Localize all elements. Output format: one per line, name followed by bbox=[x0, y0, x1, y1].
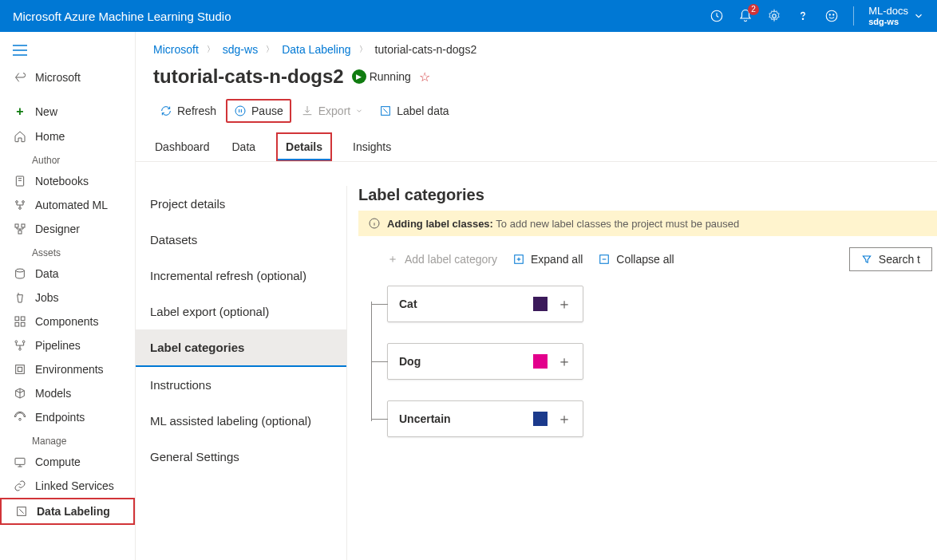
home-icon bbox=[13, 130, 27, 143]
help-icon[interactable] bbox=[796, 9, 810, 23]
sidebar-item-home[interactable]: Home bbox=[0, 124, 135, 148]
sidebar-item-components[interactable]: Components bbox=[0, 310, 135, 333]
compute-icon bbox=[13, 455, 27, 468]
category-row-uncertain[interactable]: Uncertain ＋ bbox=[387, 400, 583, 437]
automl-icon bbox=[13, 199, 27, 211]
collapse-icon bbox=[599, 254, 610, 265]
dnav-general-settings[interactable]: General Settings bbox=[136, 439, 346, 475]
sidebar-item-notebooks[interactable]: Notebooks bbox=[0, 169, 135, 193]
plus-icon: + bbox=[13, 105, 27, 119]
breadcrumb-ws[interactable]: sdg-ws bbox=[223, 43, 258, 56]
export-icon bbox=[301, 105, 314, 117]
sidebar-item-endpoints[interactable]: Endpoints bbox=[0, 405, 135, 429]
svg-point-24 bbox=[22, 341, 25, 343]
section-author: Author bbox=[0, 148, 135, 169]
status-text: Running bbox=[370, 70, 411, 83]
dnav-project-details[interactable]: Project details bbox=[136, 186, 346, 222]
dnav-ml-assisted[interactable]: ML assisted labeling (optional) bbox=[136, 403, 346, 439]
add-subcategory-icon[interactable]: ＋ bbox=[557, 294, 571, 314]
refresh-button[interactable]: Refresh bbox=[153, 101, 223, 121]
svg-point-1 bbox=[773, 14, 777, 18]
smile-icon[interactable] bbox=[824, 9, 839, 23]
tab-data[interactable]: Data bbox=[231, 132, 258, 161]
play-icon: ▶ bbox=[352, 69, 366, 84]
add-category-button: ＋ Add label category bbox=[387, 252, 497, 266]
notebook-icon bbox=[13, 175, 27, 187]
sidebar-item-environments[interactable]: Environments bbox=[0, 357, 135, 381]
clock-icon[interactable] bbox=[710, 9, 724, 23]
dnav-label-categories[interactable]: Label categories bbox=[136, 329, 346, 367]
models-icon bbox=[13, 387, 27, 400]
dnav-label-export[interactable]: Label export (optional) bbox=[136, 294, 346, 329]
panel-heading: Label categories bbox=[358, 186, 937, 211]
svg-rect-20 bbox=[21, 317, 25, 321]
sidebar-item-jobs[interactable]: Jobs bbox=[0, 286, 135, 310]
collapse-all-button[interactable]: Collapse all bbox=[599, 253, 674, 266]
svg-rect-9 bbox=[16, 176, 23, 186]
nav-label: Pipelines bbox=[35, 339, 81, 352]
sidebar-item-linked-services[interactable]: Linked Services bbox=[0, 474, 135, 498]
dnav-datasets[interactable]: Datasets bbox=[136, 222, 346, 258]
star-icon[interactable]: ☆ bbox=[419, 69, 430, 85]
gear-icon[interactable] bbox=[767, 9, 781, 23]
dnav-incremental-refresh[interactable]: Incremental refresh (optional) bbox=[136, 258, 346, 294]
nav-label: Data Labeling bbox=[37, 505, 110, 518]
tab-details[interactable]: Details bbox=[276, 132, 332, 161]
back-arrow-icon bbox=[13, 71, 27, 84]
sidebar-item-automated-ml[interactable]: Automated ML bbox=[0, 193, 135, 217]
tab-insights[interactable]: Insights bbox=[351, 132, 393, 161]
tool-label: Expand all bbox=[531, 253, 583, 266]
svg-point-3 bbox=[826, 10, 837, 22]
category-label: Uncertain bbox=[399, 412, 524, 425]
breadcrumb-current: tutorial-cats-n-dogs2 bbox=[375, 43, 477, 56]
expand-all-button[interactable]: Expand all bbox=[513, 253, 583, 266]
sidebar-item-new[interactable]: + New bbox=[0, 99, 135, 124]
sidebar-item-data[interactable]: Data bbox=[0, 262, 135, 286]
svg-rect-22 bbox=[21, 322, 25, 326]
search-button[interactable]: Search t bbox=[849, 247, 932, 271]
workspace-switcher[interactable]: ML-docs sdg-ws bbox=[868, 6, 924, 26]
back-link[interactable]: Microsoft bbox=[0, 65, 135, 89]
nav-label: Automated ML bbox=[35, 199, 108, 211]
add-subcategory-icon[interactable]: ＋ bbox=[557, 352, 571, 371]
svg-rect-15 bbox=[15, 224, 18, 227]
add-subcategory-icon[interactable]: ＋ bbox=[557, 409, 571, 428]
breadcrumb-root[interactable]: Microsoft bbox=[153, 43, 199, 56]
breadcrumb: Microsoft 〉 sdg-ws 〉 Data Labeling 〉 tut… bbox=[136, 32, 937, 62]
tool-label: Add label category bbox=[405, 253, 497, 266]
label-data-button[interactable]: Label data bbox=[373, 101, 455, 121]
pause-button[interactable]: Pause bbox=[226, 99, 291, 123]
page-header: tutorial-cats-n-dogs2 ▶ Running ☆ bbox=[136, 62, 937, 96]
left-sidebar: Microsoft + New Home Author Notebooks Au… bbox=[0, 32, 136, 560]
divider bbox=[853, 6, 854, 26]
environments-icon bbox=[13, 363, 27, 376]
nav-label: Data bbox=[35, 267, 59, 280]
tab-dashboard[interactable]: Dashboard bbox=[153, 132, 212, 161]
pause-icon bbox=[234, 105, 247, 117]
details-side-nav: Project details Datasets Incremental ref… bbox=[136, 186, 347, 560]
category-row-cat[interactable]: Cat ＋ bbox=[387, 286, 583, 322]
workspace-subname: sdg-ws bbox=[868, 17, 908, 26]
svg-rect-26 bbox=[16, 365, 25, 374]
chevron-right-icon: 〉 bbox=[207, 44, 215, 55]
color-swatch bbox=[533, 297, 548, 311]
dnav-instructions[interactable]: Instructions bbox=[136, 367, 346, 403]
nav-label: Compute bbox=[35, 455, 81, 468]
bell-icon[interactable]: 2 bbox=[738, 9, 753, 23]
sidebar-item-data-labeling[interactable]: Data Labeling bbox=[0, 498, 135, 525]
hamburger-icon[interactable] bbox=[0, 41, 135, 65]
category-row-dog[interactable]: Dog ＋ bbox=[387, 343, 583, 380]
sidebar-item-models[interactable]: Models bbox=[0, 381, 135, 405]
category-label: Dog bbox=[399, 355, 524, 368]
nav-label: Home bbox=[35, 130, 65, 143]
breadcrumb-section[interactable]: Data Labeling bbox=[282, 43, 350, 56]
nav-label: Components bbox=[35, 315, 98, 328]
nav-label: Models bbox=[35, 387, 71, 400]
sidebar-item-pipelines[interactable]: Pipelines bbox=[0, 333, 135, 357]
svg-point-14 bbox=[19, 207, 22, 210]
sidebar-item-designer[interactable]: Designer bbox=[0, 217, 135, 241]
nav-label: Notebooks bbox=[35, 175, 89, 187]
svg-point-5 bbox=[833, 14, 834, 15]
sidebar-item-compute[interactable]: Compute bbox=[0, 450, 135, 474]
nav-label: Linked Services bbox=[35, 479, 114, 492]
